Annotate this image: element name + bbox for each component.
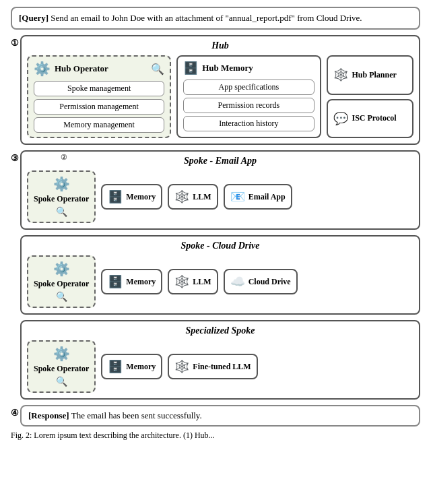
spoke-cloud-memory-text: Memory	[126, 277, 156, 287]
search-icon-spoke-cloud: 🔍	[56, 291, 67, 303]
spoke-email-app: 📧 Email App	[224, 184, 292, 210]
spoke-cloud-title: Spoke - Cloud Drive	[27, 241, 413, 251]
spoke-cloud-section: Spoke - Cloud Drive ⚙️ Spoke Operator 🔍 …	[20, 235, 420, 315]
hub-memory-items: App specifications Permission records In…	[183, 80, 314, 131]
caption: Fig. 2: Lorem ipsum text describing the …	[11, 431, 420, 441]
spoke-email-operator-text: Spoke Operator	[34, 194, 89, 204]
spoke-email-memory-text: Memory	[126, 192, 156, 202]
spoke-email-operator: ⚙️ Spoke Operator 🔍	[27, 170, 96, 223]
spoke-cloud-app-text: Cloud Drive	[248, 277, 291, 287]
permission-records-item: Permission records	[183, 98, 314, 113]
db-icon-cloud: 🗄️	[108, 274, 123, 289]
spoke-specialized-section: Specialized Spoke ⚙️ Spoke Operator 🔍 🗄️…	[20, 320, 420, 400]
spoke-specialized-operator: ⚙️ Spoke Operator 🔍	[27, 340, 96, 393]
memory-management-item: Memory management	[34, 117, 164, 133]
hub-memory-box: 🗄️ Hub Memory App specifications Permiss…	[176, 55, 321, 138]
permission-management-item: Permission management	[34, 99, 164, 115]
db-icon-email: 🗄️	[108, 189, 123, 204]
isc-box: 💬 ISC Protocol	[327, 99, 414, 139]
query-box: [Query] Send an email to John Doe with a…	[11, 7, 420, 30]
network-icon-email: 🕸️	[174, 189, 189, 204]
planner-network-icon: 🕸️	[333, 67, 348, 82]
spoke-email-llm: 🕸️ LLM	[168, 184, 218, 210]
spoke-cloud-operator: ⚙️ Spoke Operator 🔍	[27, 255, 96, 308]
gear-icon-spoke-specialized: ⚙️	[53, 346, 70, 362]
spoke-email-section: Spoke - Email App ⚙️ Spoke Operator 🔍 🗄️…	[20, 150, 420, 230]
search-icon-spoke-specialized: 🔍	[56, 376, 67, 387]
response-box: [Response] The email has been sent succe…	[20, 405, 420, 427]
hub-operator-title-text: Hub Operator	[55, 63, 108, 74]
isc-text: ISC Protocol	[352, 113, 397, 123]
hub-operator-box: ⚙️ Hub Operator 🔍 Spoke management Permi…	[27, 55, 171, 138]
hub-memory-title-text: Hub Memory	[202, 63, 253, 73]
spoke-specialized-llm-text: Fine-tuned LLM	[193, 362, 251, 372]
spoke-specialized-operator-text: Spoke Operator	[34, 364, 89, 374]
spoke-specialized-llm: 🕸️ Fine-tuned LLM	[168, 354, 257, 379]
cloud-icon: ☁️	[230, 274, 245, 289]
app-specifications-item: App specifications	[183, 80, 314, 95]
query-label: [Query]	[19, 13, 48, 23]
spoke-cloud-llm: 🕸️ LLM	[168, 269, 218, 294]
db-icon-specialized: 🗄️	[108, 359, 123, 374]
search-icon-spoke-email: 🔍	[56, 206, 67, 218]
hub-operator-items: Spoke management Permission management M…	[34, 81, 164, 133]
email-icon: 📧	[230, 189, 245, 204]
network-icon-cloud: 🕸️	[174, 274, 189, 289]
spoke-cloud-llm-text: LLM	[193, 277, 211, 287]
hub-planner-text: Hub Planner	[352, 70, 397, 80]
spoke-email-title: Spoke - Email App	[27, 156, 413, 166]
response-text: The email has been sent successfully.	[69, 410, 202, 420]
gear-icon-spoke-email: ⚙️	[53, 176, 70, 192]
database-icon: 🗄️	[183, 61, 198, 75]
spoke-specialized-memory-text: Memory	[126, 362, 156, 372]
gear-icon-spoke-cloud: ⚙️	[53, 261, 70, 277]
query-text: Send an email to John Doe with an attach…	[48, 13, 362, 23]
step1-label: ①	[11, 38, 19, 49]
hub-title: Hub	[27, 40, 413, 51]
chat-icon: 💬	[333, 111, 348, 126]
interaction-history-item: Interaction history	[183, 116, 314, 131]
spoke-cloud-memory: 🗄️ Memory	[101, 269, 162, 294]
network-icon-specialized: 🕸️	[174, 359, 189, 374]
step4-label: ④	[11, 408, 19, 418]
search-icon: 🔍	[151, 63, 164, 75]
spoke-cloud-app: ☁️ Cloud Drive	[224, 269, 298, 294]
spoke-cloud-operator-text: Spoke Operator	[34, 279, 89, 289]
hub-planner-box: 🕸️ Hub Planner	[327, 55, 414, 95]
gear-icon: ⚙️	[34, 61, 51, 77]
spoke-email-memory: 🗄️ Memory	[101, 184, 162, 210]
spoke-specialized-title: Specialized Spoke	[27, 325, 413, 336]
step3-label: ③	[11, 153, 19, 164]
response-label: [Response]	[28, 410, 69, 420]
spoke-management-item: Spoke management	[34, 81, 164, 96]
hub-section: Hub ⚙️ Hub Operator 🔍 Spoke management P…	[20, 35, 420, 145]
hub-right-column: 🕸️ Hub Planner 💬 ISC Protocol	[327, 55, 414, 138]
spoke-email-app-text: Email App	[248, 192, 286, 202]
spoke-specialized-memory: 🗄️ Memory	[101, 354, 162, 379]
spoke-email-llm-text: LLM	[193, 192, 211, 202]
